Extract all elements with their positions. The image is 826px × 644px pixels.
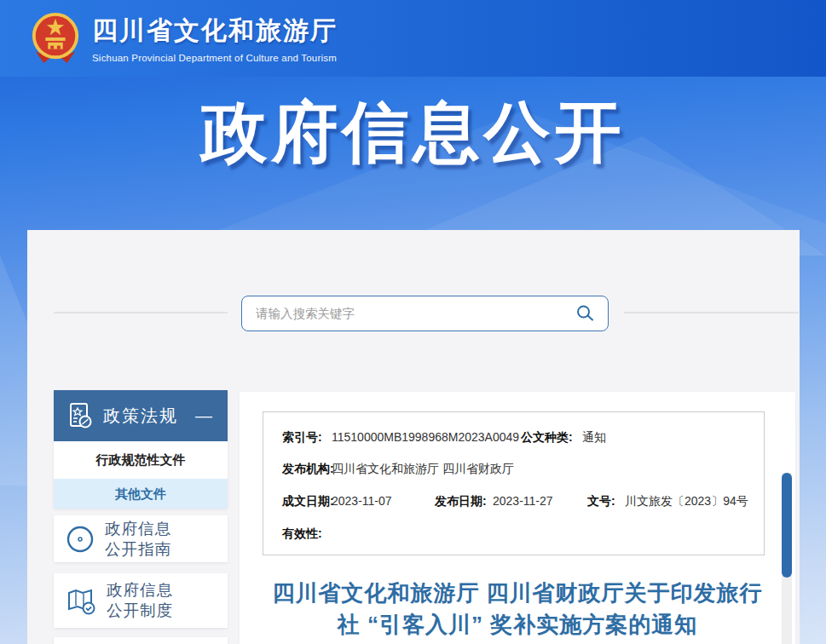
divider-line — [54, 312, 228, 313]
sidebar-item-administrative-normative-documents[interactable]: 行政规范性文件 — [54, 441, 228, 479]
org-name-cn: 四川省文化和旅游厅 — [92, 14, 338, 49]
compass-icon — [65, 524, 95, 555]
content-panel: 政策法规 — 行政规范性文件 其他文件 政府信息 公开指南 — [27, 230, 800, 644]
meta-publish-label: 发布日期: — [435, 494, 487, 509]
content-scrollbar-thumb[interactable] — [782, 473, 792, 578]
meta-index-label: 索引号: — [282, 430, 322, 446]
sidebar-item-gov-info-disclosure-system[interactable]: 政府信息 公开制度 — [54, 573, 228, 628]
search-box — [241, 296, 609, 331]
map-check-icon — [65, 585, 97, 616]
document-title-line1: 四川省文化和旅游厅 四川省财政厅关于印发旅行 — [240, 578, 795, 609]
org-name-en: Sichuan Provincial Department of Culture… — [92, 53, 338, 63]
meta-written-value: 2023-11-07 — [332, 494, 392, 508]
meta-type-value: 通知 — [582, 430, 606, 446]
document-title: 四川省文化和旅游厅 四川省财政厅关于印发旅行 社 “引客入川” 奖补实施方案的通… — [240, 578, 795, 641]
org-title-block[interactable]: 四川省文化和旅游厅 Sichuan Provincial Department … — [92, 14, 338, 63]
sidebar-section-policy: 政策法规 — 行政规范性文件 其他文件 — [54, 390, 228, 509]
sidebar-item-label: 政府信息 公开指南 — [105, 519, 171, 560]
meta-type-label: 公文种类: — [521, 430, 573, 446]
page: 四川省文化和旅游厅 Sichuan Provincial Department … — [0, 0, 826, 644]
search-input[interactable] — [256, 307, 575, 320]
meta-index-value: 11510000MB1998968M2023A0049 — [332, 430, 519, 444]
sidebar-item-statutory-active-disclosure[interactable]: 法定主动 公开内容 — [54, 637, 228, 644]
collapse-minus-icon[interactable]: — — [195, 407, 216, 424]
meta-number-value: 川文旅发〔2023〕94号 — [625, 494, 748, 509]
meta-written-label: 成文日期: — [282, 494, 334, 509]
policy-document-icon — [66, 401, 95, 430]
sidebar-item-gov-info-disclosure-guide[interactable]: 政府信息 公开指南 — [54, 515, 228, 562]
meta-validity-label: 有效性: — [282, 526, 322, 542]
document-metadata-table: 索引号: 11510000MB1998968M2023A0049 公文种类: 通… — [263, 411, 765, 555]
meta-agency-label: 发布机构: — [282, 462, 334, 477]
site-header: 四川省文化和旅游厅 Sichuan Provincial Department … — [0, 0, 826, 77]
page-banner-title: 政府信息公开 — [0, 89, 826, 178]
sidebar-section-label: 政策法规 — [103, 405, 178, 428]
sidebar-section-header[interactable]: 政策法规 — — [54, 390, 228, 441]
search-button[interactable] — [575, 304, 594, 323]
national-emblem-logo[interactable] — [29, 10, 82, 66]
meta-agency-value: 四川省文化和旅游厅 四川省财政厅 — [332, 462, 514, 477]
sidebar-item-other-documents-active[interactable]: 其他文件 — [54, 479, 228, 509]
divider-line — [624, 312, 799, 313]
meta-number-label: 文号: — [587, 494, 615, 509]
search-icon — [575, 304, 594, 323]
document-detail-card: 索引号: 11510000MB1998968M2023A0049 公文种类: 通… — [240, 392, 795, 644]
sidebar-item-label: 政府信息 公开制度 — [107, 580, 173, 621]
document-title-line2: 社 “引客入川” 奖补实施方案的通知 — [240, 609, 795, 641]
meta-publish-value: 2023-11-27 — [493, 494, 553, 508]
